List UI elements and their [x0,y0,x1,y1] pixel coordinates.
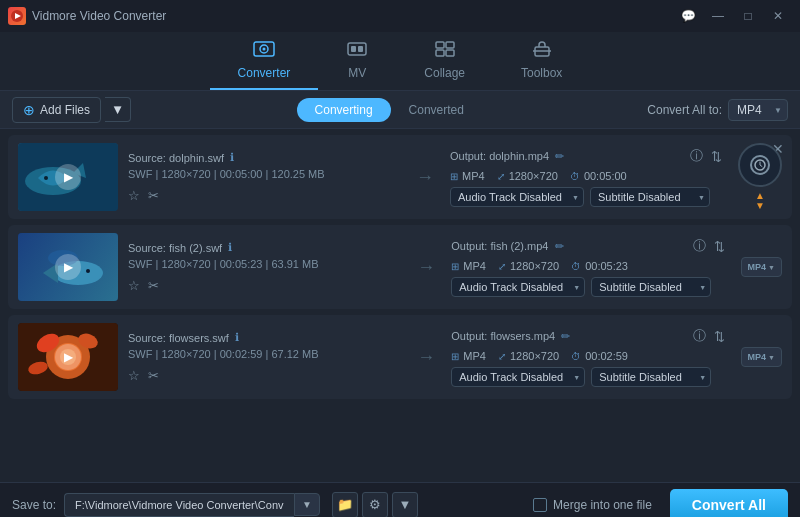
resolution-spec-3: ⤢ 1280×720 [498,350,559,362]
minimize-button[interactable]: — [704,6,732,26]
maximize-button[interactable]: □ [734,6,762,26]
subtitle-select-wrap-3: Subtitle Disabled Subtitle 1 [591,367,711,387]
mp4-badge-area-2: MP4 [741,257,782,277]
nav-tabs: Converter MV Collage [0,32,800,91]
source-label-2: Source: fish (2).swf [128,242,222,254]
toolbox-icon [531,40,553,63]
subtitle-select-2[interactable]: Subtitle Disabled Subtitle 1 [591,277,711,297]
res-icon-1: ⤢ [497,171,505,182]
svg-rect-11 [446,50,454,56]
settings-icon-3[interactable]: ⇅ [714,329,725,344]
app-icon [8,7,26,25]
audio-select-3[interactable]: Audio Track Disabled Audio Track 1 [451,367,585,387]
arrow-3: → [411,347,441,368]
scissors-icon-1[interactable]: ✂ [148,188,159,203]
info-icon-1[interactable]: ℹ [230,151,234,164]
play-icon-1[interactable]: ▶ [55,164,81,190]
tab-toolbox-label: Toolbox [521,66,562,80]
clock-icon-3: ⏱ [571,351,581,362]
info-icon-2[interactable]: ℹ [228,241,232,254]
output-icons-1: ⓘ ⇅ [690,147,722,165]
converted-tab[interactable]: Converted [391,98,482,122]
tab-converter-label: Converter [238,66,291,80]
audio-select-1[interactable]: Audio Track Disabled Audio Track 1 [450,187,584,207]
star-icon-1[interactable]: ☆ [128,188,140,203]
duration-value-1: 00:05:00 [584,170,627,182]
format-value-3: MP4 [463,350,486,362]
settings-icon-2[interactable]: ⇅ [714,239,725,254]
format-spec-2: ⊞ MP4 [451,260,486,272]
settings-icon-1[interactable]: ⇅ [711,149,722,164]
bottom-bar: Save to: ▼ 📁 ⚙ ▼ Merge into one file Con… [0,482,800,517]
format-icon-2: ⊞ [451,261,459,272]
mp4-badge-2[interactable]: MP4 [741,257,782,277]
save-path-dropdown-button[interactable]: ▼ [294,493,320,516]
circle-button-1[interactable] [738,143,782,187]
edit-icon-1[interactable]: ✏ [555,150,564,163]
format-icon-3: ⊞ [451,351,459,362]
duration-value-2: 00:05:23 [585,260,628,272]
output-icons-3: ⓘ ⇅ [693,327,725,345]
scissors-icon-3[interactable]: ✂ [148,368,159,383]
add-files-button[interactable]: ⊕ Add Files [12,97,101,123]
add-files-label: Add Files [40,103,90,117]
svg-rect-10 [436,50,444,56]
audio-select-wrap-3: Audio Track Disabled Audio Track 1 [451,367,585,387]
source-label-1: Source: dolphin.swf [128,152,224,164]
subtitle-select-1[interactable]: Subtitle Disabled Subtitle 1 [590,187,710,207]
title-bar-controls: 💬 — □ ✕ [674,6,792,26]
edit-icon-2[interactable]: ✏ [555,240,564,253]
tab-mv[interactable]: MV [318,32,396,90]
edit-icon-3[interactable]: ✏ [561,330,570,343]
close-button[interactable]: ✕ [764,6,792,26]
star-icon-3[interactable]: ☆ [128,368,140,383]
merge-checkbox[interactable] [533,498,547,512]
tab-toolbox[interactable]: Toolbox [493,32,590,90]
info-output-icon-2[interactable]: ⓘ [693,237,706,255]
svg-point-4 [262,48,265,51]
output-row1-1: Output: dolphin.mp4 ✏ ⓘ ⇅ [450,147,722,165]
res-icon-3: ⤢ [498,351,506,362]
audio-select-2[interactable]: Audio Track Disabled Audio Track 1 [451,277,585,297]
resolution-value-3: 1280×720 [510,350,559,362]
format-select[interactable]: MP4 AVI MOV MKV [728,99,788,121]
output-specs-1: ⊞ MP4 ⤢ 1280×720 ⏱ 00:05:00 [450,170,722,182]
thumbnail-1: ▶ [18,143,118,211]
info-output-icon-1[interactable]: ⓘ [690,147,703,165]
scissors-icon-2[interactable]: ✂ [148,278,159,293]
file-item-1: ✕ ▶ Source: dolphin.swf ℹ SWF | 1280×720… [8,135,792,219]
mp4-badge-3[interactable]: MP4 [741,347,782,367]
play-icon-3[interactable]: ▶ [55,344,81,370]
main-content: ✕ ▶ Source: dolphin.swf ℹ SWF | 1280×720… [0,129,800,482]
tab-converter[interactable]: Converter [210,32,319,90]
toolbar-left: ⊕ Add Files ▼ [12,97,131,123]
duration-spec-2: ⏱ 00:05:23 [571,260,628,272]
dropdown-icon-button[interactable]: ▼ [392,492,418,518]
resolution-spec-1: ⤢ 1280×720 [497,170,558,182]
play-icon-2[interactable]: ▶ [55,254,81,280]
svg-point-17 [44,176,48,180]
chat-button[interactable]: 💬 [674,6,702,26]
output-section-2: Output: fish (2).mp4 ✏ ⓘ ⇅ ⊞ MP4 ⤢ 1280×… [451,237,724,297]
subtitle-select-3[interactable]: Subtitle Disabled Subtitle 1 [591,367,711,387]
convert-all-button[interactable]: Convert All [670,489,788,518]
file-meta-3: SWF | 1280×720 | 00:02:59 | 67.12 MB [128,348,401,360]
thumbnail-2: ▶ [18,233,118,301]
folder-icon-button[interactable]: 📁 [332,492,358,518]
info-icon-3[interactable]: ℹ [235,331,239,344]
res-icon-2: ⤢ [498,261,506,272]
nav-down-icon[interactable]: ▼ [755,201,765,211]
file-actions-2: ☆ ✂ [128,278,401,293]
save-path-input[interactable] [64,493,294,517]
collage-icon [434,40,456,63]
file-info-3: Source: flowsers.swf ℹ SWF | 1280×720 | … [128,331,401,383]
info-output-icon-3[interactable]: ⓘ [693,327,706,345]
tab-collage[interactable]: Collage [396,32,493,90]
add-files-dropdown-button[interactable]: ▼ [105,97,131,122]
file-info-1: Source: dolphin.swf ℹ SWF | 1280×720 | 0… [128,151,400,203]
file-item-2: ▶ Source: fish (2).swf ℹ SWF | 1280×720 … [8,225,792,309]
output-label-3: Output: flowsers.mp4 [451,330,555,342]
settings-icon-button[interactable]: ⚙ [362,492,388,518]
converting-tab[interactable]: Converting [297,98,391,122]
star-icon-2[interactable]: ☆ [128,278,140,293]
